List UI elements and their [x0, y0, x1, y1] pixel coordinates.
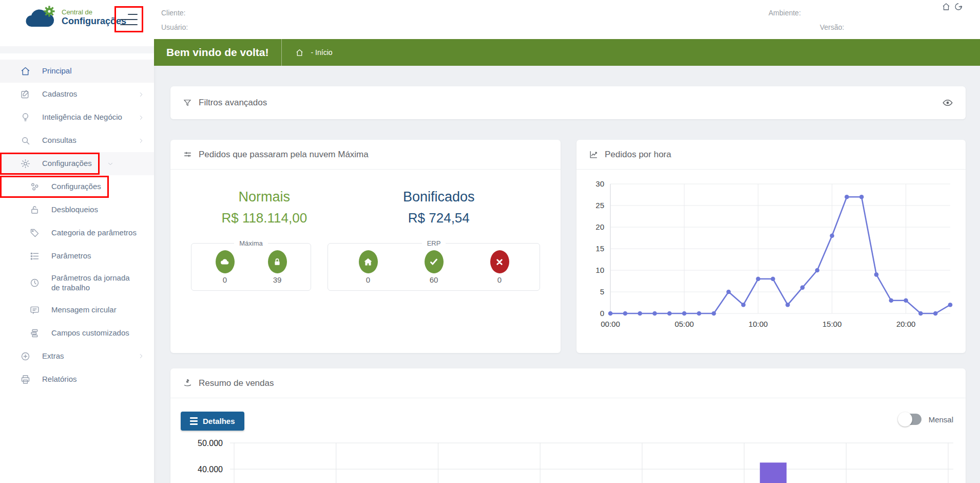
sidebar-item-inner: Principal	[0, 60, 145, 82]
breadcrumb-label: - Início	[311, 48, 333, 57]
logout-icon[interactable]	[954, 2, 963, 11]
filters-title: Filtros avançados	[199, 98, 267, 108]
home-icon[interactable]	[941, 2, 951, 11]
unlock-icon	[29, 205, 40, 215]
sidebar-item-label: Categoria de parâmetros	[51, 228, 137, 238]
chevron-right-icon	[138, 352, 145, 360]
sidebar-item-label: Extras	[42, 351, 64, 361]
sidebar-nav: PrincipalCadastrosInteligência de Negóci…	[0, 39, 154, 483]
app-logo: Central de Configurações	[25, 6, 126, 29]
svg-text:15:00: 15:00	[822, 320, 842, 328]
sidebar-item-desbloqueios[interactable]: Desbloqueios	[0, 198, 154, 221]
sidebar-item-campos-customizados[interactable]: Campos customizados	[0, 322, 154, 345]
sidebar-item-relat-rios[interactable]: Relatórios	[0, 368, 154, 391]
lock-icon	[268, 250, 287, 273]
sidebar-toggle-button[interactable]	[120, 14, 138, 25]
usuario-label: Usuário:	[161, 23, 188, 31]
kpi-group-legend: Máxima	[234, 239, 268, 247]
check-icon	[425, 250, 444, 273]
sidebar-item-intelig-ncia-de-neg-cio[interactable]: Inteligência de Negócio	[0, 106, 154, 129]
mensal-toggle[interactable]: Mensal	[899, 414, 953, 425]
cloud-icon	[216, 250, 235, 273]
top-bar: Central de Configurações Cliente: Usuári…	[0, 0, 980, 39]
search-icon	[20, 135, 31, 146]
breadcrumb-home-icon	[295, 48, 304, 57]
sidebar-item-inner: Desbloqueios	[0, 199, 145, 221]
logo-cloud-icon	[25, 6, 56, 29]
kpi-value: 60	[425, 275, 444, 284]
bonificados-value: R$ 724,54	[338, 210, 540, 226]
kpi-group-legend: ERP	[422, 239, 446, 247]
sidebar-item-label: Relatórios	[42, 375, 77, 384]
sidebar-item-categoria-de-par-metros[interactable]: Categoria de parâmetros	[0, 221, 154, 245]
sidebar-item-mensagem-circular[interactable]: Mensagem circular	[0, 299, 154, 322]
sidebar-item-inner: Relatórios	[0, 368, 145, 391]
annotation-box-sidebar: Configurações	[0, 176, 109, 198]
filter-funnel-icon	[183, 98, 192, 107]
kpi-value: 0	[216, 275, 235, 284]
plus-icon	[20, 351, 31, 362]
detalhes-button[interactable]: Detalhes	[181, 412, 244, 431]
layers-icon	[29, 328, 40, 339]
svg-text:10: 10	[595, 266, 604, 274]
x-icon	[490, 250, 509, 273]
eye-icon[interactable]	[942, 97, 953, 108]
svg-text:05:00: 05:00	[675, 320, 694, 328]
kpi-check: 60	[425, 250, 444, 284]
logo-gear-icon	[43, 5, 55, 17]
svg-text:0: 0	[600, 309, 604, 318]
svg-text:20:00: 20:00	[896, 320, 916, 328]
hours-card-title: Pedidos por hora	[605, 150, 671, 160]
advanced-filters-panel[interactable]: Filtros avançados	[170, 86, 966, 119]
home-icon	[20, 66, 31, 77]
sidebar-item-label: Parâmetros	[51, 251, 91, 261]
svg-text:40.000: 40.000	[198, 465, 223, 474]
nodes-icon	[29, 181, 40, 192]
breadcrumb[interactable]: - Início	[282, 48, 346, 57]
sidebar-item-par-metros[interactable]: Parâmetros	[0, 245, 154, 268]
page-title: Bem vindo de volta!	[154, 46, 281, 59]
sidebar-item-label: Principal	[42, 66, 72, 76]
kpi-x: 0	[490, 250, 509, 284]
kpi-home-solid: 0	[359, 250, 378, 284]
sidebar-item-inner: Parâmetros da jornada de trabalho	[0, 268, 145, 299]
sidebar-item-configura-es[interactable]: Configurações	[0, 175, 154, 198]
sidebar-item-inner: Inteligência de Negócio	[0, 106, 138, 128]
printer-icon	[20, 374, 31, 385]
sidebar-item-consultas[interactable]: Consultas	[0, 129, 154, 152]
svg-text:25: 25	[595, 201, 604, 210]
sidebar-item-configura-es[interactable]: Configurações	[0, 152, 154, 175]
sidebar-item-cadastros[interactable]: Cadastros	[0, 83, 154, 106]
bulb-icon	[20, 112, 31, 123]
versao-label: Versão:	[820, 23, 844, 31]
mensal-label: Mensal	[929, 415, 953, 424]
sales-summary-card: Resumo de vendas Detalhes Mensal 50.0004…	[170, 368, 966, 483]
sidebar-item-extras[interactable]: Extras	[0, 345, 154, 368]
detalhes-label: Detalhes	[203, 417, 235, 425]
menu-bars-icon	[190, 417, 198, 425]
chevron-right-icon	[138, 91, 145, 98]
sidebar-item-inner: Parâmetros	[0, 245, 145, 267]
normais-label: Normais	[191, 189, 338, 205]
main-area: Bem vindo de volta! - Início Filtros ava…	[154, 39, 980, 483]
sliders-icon	[183, 150, 193, 159]
svg-text:10:00: 10:00	[748, 320, 768, 328]
sidebar-item-principal[interactable]: Principal	[0, 60, 154, 83]
sidebar-item-par-metros-da-jornada-de-trabalho[interactable]: Parâmetros da jornada de trabalho	[0, 268, 154, 299]
cliente-label: Cliente:	[161, 9, 185, 17]
sidebar-item-label: Mensagem circular	[51, 305, 117, 315]
sidebar-item-label: Parâmetros da jornada de trabalho	[51, 273, 137, 293]
kpi-lock: 39	[268, 250, 287, 284]
sidebar-item-label: Cadastros	[42, 89, 77, 99]
svg-text:20: 20	[595, 222, 604, 231]
svg-text:50.000: 50.000	[198, 439, 223, 448]
welcome-bar: Bem vindo de volta! - Início	[154, 39, 980, 66]
edit-icon	[20, 89, 31, 100]
chevron-right-icon	[138, 137, 145, 144]
kpi-value: 0	[359, 275, 378, 284]
orders-cloud-card: Pedidos que passaram pela nuvem Máxima N…	[170, 140, 561, 353]
sidebar-item-inner: Categoria de parâmetros	[0, 222, 145, 244]
sales-summary-chart: 50.00040.000	[181, 439, 953, 483]
toggle-switch[interactable]	[899, 414, 921, 425]
sidebar-item-label: Configurações	[51, 182, 101, 192]
